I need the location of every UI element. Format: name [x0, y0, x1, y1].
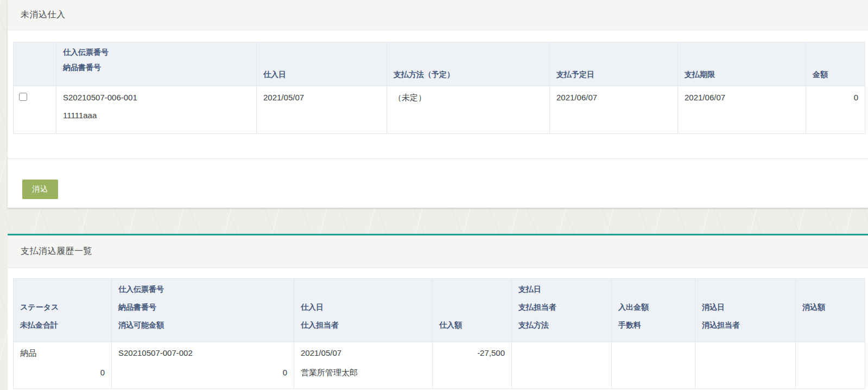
cell-purchase-date-person: 2021/05/07 営業所管理太郎 [294, 342, 433, 389]
header-slip-number: 仕入伝票番号 納品書番号 [56, 42, 257, 86]
header-delivery-number-line: 納品書番号 [63, 60, 250, 75]
slip-number-value: S20210507-006-001 [63, 88, 250, 106]
cell-payment-method-planned: （未定） [387, 86, 550, 134]
header-inout-amount: 入出金額 手数料 [612, 279, 695, 342]
header-clearing-date-person: 消込日 消込担当者 [695, 279, 796, 342]
cell-amount: 0 [806, 86, 865, 134]
clear-button[interactable]: 消込 [22, 180, 58, 199]
cell-payment-due: 2021/06/07 [678, 86, 806, 134]
slip-number-value: S20210507-007-002 [118, 343, 287, 363]
unsettled-footer-divider: 消込 [8, 158, 868, 199]
history-table-row: 納品 0 S20210507-007-002 0 2021/05/07 営業所管… [14, 342, 865, 389]
delivery-number-value: 11111aaa [63, 106, 250, 124]
header-payment-due: 支払期限 [678, 42, 806, 86]
header-purchase-amount: 仕入額 [433, 279, 512, 342]
header-payment-method-planned: 支払方法（予定） [387, 42, 550, 86]
clearable-amount-value: 0 [118, 363, 287, 382]
status-value: 納品 [20, 343, 105, 363]
unsettled-header-row: 仕入伝票番号 納品書番号 仕入日 支払方法（予定） 支払予定日 支払期限 金額 [14, 42, 865, 86]
purchase-amount-value: -27,500 [439, 343, 505, 363]
header-purchase-date: 仕入日 [257, 42, 387, 86]
unpaid-total-value: 0 [20, 363, 105, 382]
header-status: ステータス 未払金合計 [14, 279, 112, 342]
cell-slip-number: S20210507-007-002 0 [112, 342, 294, 389]
purchase-person-value: 営業所管理太郎 [301, 363, 426, 382]
payment-clearing-history-table: ステータス 未払金合計 仕入伝票番号 納品書番号 消込可能金額 仕入日 仕入担当… [13, 278, 865, 389]
unsettled-table-row: S20210507-006-001 11111aaa 2021/05/07 （未… [14, 86, 865, 134]
header-slip-number: 仕入伝票番号 納品書番号 消込可能金額 [112, 279, 294, 342]
cell-checkbox [14, 86, 56, 134]
unsettled-purchases-table: 仕入伝票番号 納品書番号 仕入日 支払方法（予定） 支払予定日 支払期限 金額 [13, 42, 865, 134]
history-panel-title: 支払消込履歴一覧 [8, 235, 868, 268]
history-header-row: ステータス 未払金合計 仕入伝票番号 納品書番号 消込可能金額 仕入日 仕入担当… [14, 279, 865, 342]
header-amount: 金額 [806, 42, 865, 86]
header-checkbox-cell [14, 42, 56, 86]
purchase-date-value: 2021/05/07 [301, 343, 426, 363]
cell-clearing-amount [796, 342, 865, 389]
header-payment: 支払日 支払担当者 支払方法 [512, 279, 612, 342]
cell-status: 納品 0 [14, 342, 112, 389]
payment-clearing-history-panel: 支払消込履歴一覧 ステータス 未払金合計 仕入伝票番号 納品書番号 消込可能金額… [8, 234, 868, 390]
header-purchase-date-person: 仕入日 仕入担当者 [294, 279, 433, 342]
cell-purchase-amount: -27,500 [433, 342, 512, 389]
cell-purchase-date: 2021/05/07 [257, 86, 387, 134]
header-slip-number-line1: 仕入伝票番号 [63, 44, 250, 60]
unsettled-panel-title: 未消込仕入 [8, 0, 868, 30]
cell-slip-number: S20210507-006-001 11111aaa [56, 86, 257, 134]
cell-clearing-date-person [695, 342, 796, 389]
unsettled-purchases-panel: 未消込仕入 仕入伝票番号 納品書番号 仕入日 支払方法（予定） 支払予定日 [8, 0, 868, 208]
cell-payment [512, 342, 612, 389]
header-clearing-amount: 消込額 [796, 279, 865, 342]
row-checkbox[interactable] [19, 93, 27, 101]
cell-inout-amount [612, 342, 695, 389]
header-payment-planned-date: 支払予定日 [550, 42, 678, 86]
cell-payment-planned-date: 2021/06/07 [550, 86, 678, 134]
